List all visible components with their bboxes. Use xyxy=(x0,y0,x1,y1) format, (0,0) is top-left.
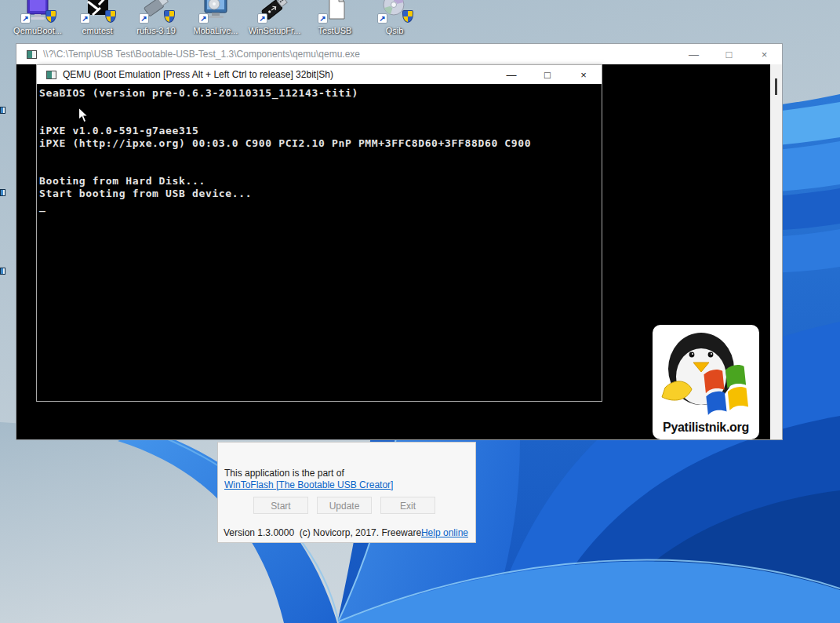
help-online-link[interactable]: Help online xyxy=(421,527,468,538)
shortcut-arrow-icon: ↗ xyxy=(198,13,209,24)
update-button[interactable]: Update xyxy=(317,497,372,514)
host-scrollbar[interactable] xyxy=(770,64,782,439)
desktop-icon-label: emutest xyxy=(67,26,127,35)
shortcut-arrow-icon: ↗ xyxy=(20,13,31,24)
mouse-cursor-icon xyxy=(78,107,89,124)
shortcut-arrow-icon: ↗ xyxy=(80,13,90,24)
qemu-app-icon xyxy=(46,71,56,79)
host-window-title: \\?\C:\Temp\USB Test\Bootable-USB-Test_1… xyxy=(43,49,676,60)
uac-shield-icon xyxy=(45,10,56,23)
shortcut-arrow-icon: ↗ xyxy=(318,13,328,24)
uac-shield-icon xyxy=(164,10,175,23)
desktop-icon-qemuboot[interactable]: ↗ QemuBoot... xyxy=(8,0,67,39)
pyatilistnik-watermark: Pyatilistnik.org xyxy=(653,325,759,439)
app-window-icon xyxy=(27,50,37,59)
desktop-icon-label: rufus-3.19 xyxy=(126,26,186,35)
shortcut-arrow-icon: ↗ xyxy=(139,13,149,24)
qemu-window: QEMU (Boot Emulation [Press Alt + Left C… xyxy=(36,64,602,402)
desktop-icon-qsib[interactable]: ↗ Qsib xyxy=(365,0,424,39)
host-scrollbar-thumb[interactable] xyxy=(775,78,777,95)
qemu-titlebar[interactable]: QEMU (Boot Emulation [Press Alt + Left C… xyxy=(37,65,602,84)
desktop-icon-label: TestUSB xyxy=(305,26,365,35)
qemu-minimize-button[interactable]: — xyxy=(493,65,529,84)
uac-shield-icon xyxy=(105,10,116,23)
desktop-icon-mobalive[interactable]: ↗ MobaLive... xyxy=(186,0,245,39)
shortcut-arrow-icon: ↗ xyxy=(257,13,267,24)
watermark-label: Pyatilistnik.org xyxy=(653,421,759,435)
desktop-icon-testusb[interactable]: ↗ TestUSB xyxy=(305,0,365,39)
host-minimize-button[interactable]: — xyxy=(676,44,711,64)
shortcut-arrow-icon: ↗ xyxy=(377,13,387,24)
qemu-maximize-button[interactable]: □ xyxy=(529,65,565,84)
host-close-button[interactable]: × xyxy=(747,44,782,64)
console-boot-text: SeaBIOS (version pre-0.6.3-20110315_1121… xyxy=(39,87,531,213)
version-text: Version 1.3.0000 (c) Novicorp, 2017. Fre… xyxy=(224,527,424,538)
exit-button[interactable]: Exit xyxy=(380,497,435,514)
qemu-console-display[interactable]: SeaBIOS (version pre-0.6.3-20110315_1121… xyxy=(37,84,602,401)
desktop-icon-label: WinSetupFr... xyxy=(245,26,304,35)
desktop-icon-label: Qsib xyxy=(365,26,424,35)
edge-window-fragment-icon xyxy=(0,107,5,114)
uac-shield-icon xyxy=(402,10,413,23)
desktop-icon-label: QemuBoot... xyxy=(8,26,67,35)
qemu-close-button[interactable]: × xyxy=(565,65,602,84)
desktop-icon-rufus[interactable]: ↗ rufus-3.19 xyxy=(126,0,186,39)
desktop-icon-label: MobaLive... xyxy=(186,26,245,35)
host-maximize-button[interactable]: □ xyxy=(711,44,747,64)
desktop-icon-emutest[interactable]: ↗ emutest xyxy=(67,0,127,39)
host-titlebar[interactable]: \\?\C:\Temp\USB Test\Bootable-USB-Test_1… xyxy=(16,44,782,64)
edge-window-fragment-icon xyxy=(0,268,5,275)
wintoflash-dialog: This application is the part of WinToFla… xyxy=(217,442,476,543)
dialog-intro-text: This application is the part of xyxy=(224,468,344,479)
wintoflash-link[interactable]: WinToFlash [The Bootable USB Creator] xyxy=(224,479,393,490)
start-button[interactable]: Start xyxy=(253,497,308,514)
qemu-window-title: QEMU (Boot Emulation [Press Alt + Left C… xyxy=(63,69,493,80)
penguin-windows-logo-icon xyxy=(653,325,759,419)
edge-window-fragment-icon xyxy=(0,189,5,196)
desktop-icon-winsetup[interactable]: ↗ WinSetupFr... xyxy=(245,0,304,39)
